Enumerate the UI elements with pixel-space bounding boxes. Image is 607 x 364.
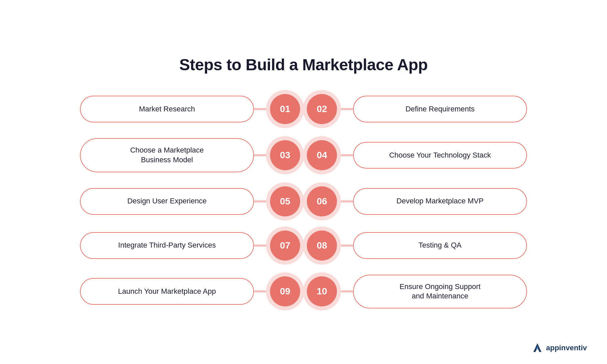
connector-left-0 [254, 108, 270, 110]
step-row-2: Choose a Marketplace Business Model0304C… [22, 138, 585, 172]
connector-left-1 [254, 154, 270, 156]
step-number-03: 03 [270, 140, 300, 170]
connector-left-3 [254, 245, 270, 247]
step-pill-06: Develop Marketplace MVP [353, 188, 527, 215]
center-numbers-3: 0708 [254, 231, 353, 261]
connector-between-2 [300, 200, 307, 202]
step-number-06: 06 [307, 186, 337, 216]
step-row-5: Launch Your Marketplace App0910Ensure On… [22, 275, 585, 308]
step-pill-02: Define Requirements [353, 96, 527, 122]
center-numbers-2: 0506 [254, 186, 353, 216]
center-numbers-0: 0102 [254, 94, 353, 124]
left-pill-area-3: Integrate Third-Party Services [22, 232, 254, 259]
connector-between-1 [300, 154, 307, 156]
center-numbers-1: 0304 [254, 140, 353, 170]
center-numbers-4: 0910 [254, 276, 353, 306]
step-row-1: Market Research0102Define Requirements [22, 94, 585, 124]
step-number-02: 02 [307, 94, 337, 124]
steps-container: Market Research0102Define RequirementsCh… [22, 94, 585, 308]
right-pill-area-3: Testing & QA [353, 232, 585, 259]
step-pill-07: Integrate Third-Party Services [80, 232, 254, 259]
step-number-04: 04 [307, 140, 337, 170]
step-number-05: 05 [270, 186, 300, 216]
right-pill-area-1: Choose Your Technology Stack [353, 142, 585, 169]
connector-right-4 [337, 290, 353, 292]
step-pill-05: Design User Experience [80, 188, 254, 215]
left-pill-area-1: Choose a Marketplace Business Model [22, 138, 254, 172]
right-pill-area-4: Ensure Ongoing Support and Maintenance [353, 275, 585, 308]
step-number-10: 10 [307, 276, 337, 306]
logo-text: appinventiv [546, 344, 587, 352]
connector-left-2 [254, 200, 270, 202]
left-pill-area-4: Launch Your Marketplace App [22, 278, 254, 305]
logo-area: appinventiv [531, 342, 587, 354]
left-pill-area-2: Design User Experience [22, 188, 254, 215]
step-number-01: 01 [270, 94, 300, 124]
step-row-4: Integrate Third-Party Services0708Testin… [22, 231, 585, 261]
step-row-3: Design User Experience0506Develop Market… [22, 186, 585, 216]
connector-between-4 [300, 290, 307, 292]
step-number-07: 07 [270, 231, 300, 261]
step-pill-09: Launch Your Marketplace App [80, 278, 254, 305]
connector-between-3 [300, 245, 307, 247]
step-number-08: 08 [307, 231, 337, 261]
right-pill-area-2: Develop Marketplace MVP [353, 188, 585, 215]
connector-right-0 [337, 108, 353, 110]
connector-right-3 [337, 245, 353, 247]
left-pill-area-0: Market Research [22, 96, 254, 122]
connector-between-0 [300, 108, 307, 110]
step-number-09: 09 [270, 276, 300, 306]
page-title: Steps to Build a Marketplace App [179, 56, 428, 74]
step-pill-01: Market Research [80, 96, 254, 122]
step-pill-10: Ensure Ongoing Support and Maintenance [353, 275, 527, 308]
step-pill-03: Choose a Marketplace Business Model [80, 138, 254, 172]
connector-left-4 [254, 290, 270, 292]
appinventiv-logo-icon [531, 342, 543, 354]
right-pill-area-0: Define Requirements [353, 96, 585, 122]
connector-right-1 [337, 154, 353, 156]
step-pill-08: Testing & QA [353, 232, 527, 259]
step-pill-04: Choose Your Technology Stack [353, 142, 527, 169]
connector-right-2 [337, 200, 353, 202]
